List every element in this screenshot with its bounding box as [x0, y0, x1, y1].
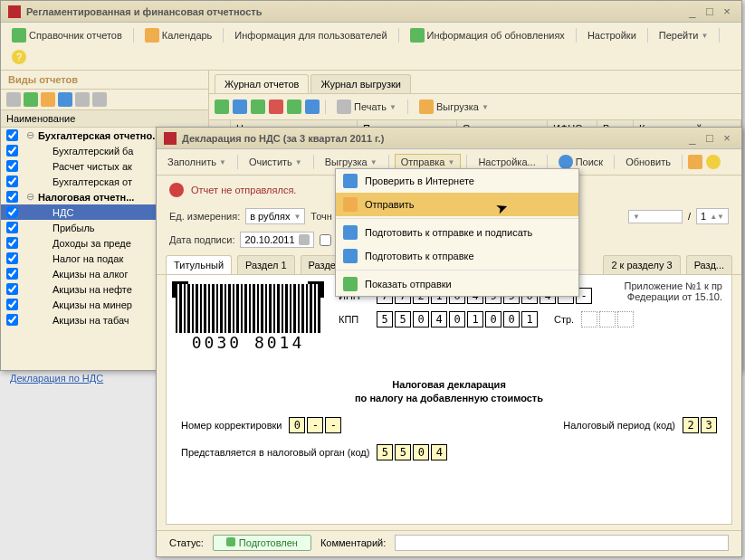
- window-title2: Декларация по НДС (за 3 квартал 2011 г.): [182, 133, 384, 144]
- tab-section1[interactable]: Раздел 1: [237, 255, 295, 274]
- journal-tabs: Журнал отчетов Журнал выгрузки: [209, 71, 741, 94]
- expand-icon[interactable]: [41, 92, 55, 107]
- print-icon: [337, 100, 351, 114]
- help-button[interactable]: ?: [6, 48, 32, 66]
- tree-checkbox[interactable]: [6, 145, 18, 157]
- help-icon: ?: [12, 50, 26, 64]
- clear-button[interactable]: Очистить▼: [244, 155, 308, 169]
- copy-icon[interactable]: [233, 100, 247, 114]
- tree-checkbox[interactable]: [6, 299, 18, 310]
- comment-input[interactable]: [395, 535, 729, 551]
- tree-checkbox[interactable]: [6, 176, 18, 187]
- status-value[interactable]: Подготовлен: [213, 535, 311, 551]
- search-icon: [559, 155, 573, 169]
- unit-label: Ед. измерения:: [169, 211, 240, 222]
- tree-header: Наименование: [1, 110, 208, 128]
- page-sep: /: [688, 211, 691, 222]
- print-button[interactable]: Печать▼: [331, 98, 402, 116]
- tree-checkbox[interactable]: [6, 237, 18, 249]
- menu-icon: [343, 249, 358, 263]
- main-toolbar: Справочник отчетов Календарь Информация …: [1, 23, 741, 71]
- pane-title: Виды отчетов: [1, 71, 208, 90]
- maximize-button[interactable]: □: [702, 131, 717, 145]
- menu-icon: [343, 225, 358, 240]
- tab-appendix[interactable]: 2 к разделу 3: [603, 255, 680, 274]
- toolbar-calendar[interactable]: Календарь: [139, 26, 218, 44]
- page-label: Стр.: [554, 314, 574, 325]
- titlebar2: Декларация по НДС (за 3 квартал 2011 г.)…: [157, 128, 741, 149]
- toolbar-updates[interactable]: Информация об обновлениях: [405, 26, 570, 44]
- titlebar: Регламентированная и финансовая отчетнос…: [1, 1, 741, 23]
- settings-icon[interactable]: [75, 92, 90, 107]
- extra-combo[interactable]: ▼: [628, 210, 683, 223]
- organ-cells: 5504: [377, 444, 447, 460]
- fill-button[interactable]: Заполнить▼: [162, 155, 232, 169]
- kpp-cells: 550401001: [377, 311, 538, 327]
- barcode: 0030 8014: [176, 284, 320, 352]
- tree-checkbox[interactable]: [6, 252, 18, 264]
- book-icon: [12, 28, 26, 43]
- menu-item[interactable]: Отправить: [336, 193, 578, 216]
- refresh-button[interactable]: Обновить: [620, 155, 676, 169]
- period-label: Налоговый период (код): [563, 420, 675, 431]
- window-title: Регламентированная и финансовая отчетнос…: [26, 6, 262, 17]
- tree-checkbox[interactable]: [6, 268, 18, 280]
- corr-cells: 0--: [289, 417, 341, 433]
- star-icon[interactable]: [688, 155, 702, 169]
- tree-checkbox[interactable]: [6, 206, 18, 218]
- close-button[interactable]: ×: [720, 5, 734, 18]
- statusbar: Статус: Подготовлен Комментарий:: [157, 530, 741, 555]
- doc-icon: [226, 537, 235, 546]
- comment-label: Комментарий:: [320, 537, 386, 548]
- status-label: Статус:: [169, 537, 204, 548]
- refresh2-icon[interactable]: [287, 100, 301, 114]
- tree-checkbox[interactable]: [6, 314, 18, 326]
- filter-icon[interactable]: [6, 92, 21, 107]
- toolbar-goto[interactable]: Перейти▼: [654, 28, 714, 43]
- menu-item[interactable]: Показать отправки: [336, 272, 578, 296]
- journal-toolbar: Печать▼ Выгрузка▼: [209, 94, 741, 120]
- organ-label: Представляется в налоговый орган (код): [181, 447, 369, 458]
- tab-journal-export[interactable]: Журнал выгрузки: [310, 74, 410, 93]
- edit-icon[interactable]: [251, 100, 265, 114]
- toolbar-settings[interactable]: Настройки: [582, 28, 642, 43]
- tab-title[interactable]: Титульный: [166, 255, 232, 274]
- refresh-icon[interactable]: [24, 92, 38, 107]
- ot-checkbox[interactable]: [320, 234, 331, 246]
- tree-checkbox[interactable]: [6, 129, 18, 141]
- export-button[interactable]: Выгрузка▼: [414, 98, 494, 116]
- tab-more[interactable]: Разд...: [686, 255, 732, 274]
- document-area: Приложение №1 к прФедерации от 15.10. 00…: [166, 275, 732, 525]
- delete-icon[interactable]: [269, 100, 283, 114]
- tree-checkbox[interactable]: [6, 191, 18, 203]
- tree-checkbox[interactable]: [6, 283, 18, 295]
- find-icon[interactable]: [305, 100, 320, 114]
- minimize-button[interactable]: _: [685, 5, 700, 18]
- app-icon: [164, 132, 177, 145]
- help-icon[interactable]: [706, 155, 721, 169]
- toolbar-reports-ref[interactable]: Справочник отчетов: [6, 26, 128, 44]
- date-label: Дата подписи:: [169, 234, 234, 245]
- barcode-number: 0030 8014: [176, 333, 320, 352]
- menu-item[interactable]: Подготовить к отправке и подписать: [336, 221, 578, 244]
- toolbar-user-info[interactable]: Информация для пользователей: [229, 28, 392, 43]
- setup-button[interactable]: Настройка...: [473, 155, 540, 169]
- menu-icon: [343, 197, 358, 212]
- collapse-icon[interactable]: [58, 92, 72, 107]
- tab-journal-reports[interactable]: Журнал отчетов: [215, 74, 309, 93]
- add-icon[interactable]: [215, 100, 229, 114]
- date-input[interactable]: 20.10.2011: [240, 232, 313, 248]
- menu-item[interactable]: Проверить в Интернете: [336, 169, 578, 193]
- minimize-button[interactable]: _: [685, 131, 700, 145]
- kpp-label: КПП: [339, 314, 369, 325]
- tree-checkbox[interactable]: [6, 160, 18, 172]
- close-button[interactable]: ×: [720, 131, 734, 145]
- unit-combo[interactable]: в рублях▼: [245, 208, 305, 224]
- tree-checkbox[interactable]: [6, 222, 18, 233]
- page-spinner[interactable]: 1▲▼: [696, 208, 729, 224]
- maximize-button[interactable]: □: [702, 5, 717, 18]
- export-button2[interactable]: Выгрузка▼: [320, 155, 383, 169]
- period-cells: 23: [683, 417, 717, 433]
- menu-item[interactable]: Подготовить к отправке: [336, 244, 578, 268]
- restore-icon[interactable]: [92, 92, 107, 107]
